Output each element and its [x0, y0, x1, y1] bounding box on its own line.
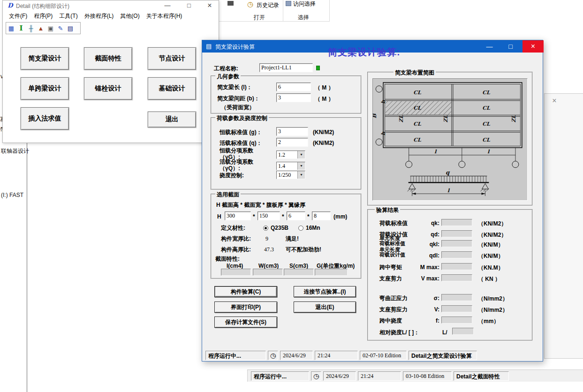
result-field-sigma [441, 294, 472, 301]
check-member-button[interactable]: 构件验算(C) [214, 286, 277, 297]
history-clock-icon: ◷ [247, 0, 253, 8]
foundation-icon[interactable]: ▲ [37, 24, 45, 32]
anchor-bolt-button[interactable]: 锚栓设计 [84, 77, 132, 100]
svg-text:CL: CL [413, 121, 421, 127]
beam-length-input[interactable] [276, 83, 311, 91]
svg-text:CL: CL [482, 137, 490, 143]
result-unit: （KN/M2） [478, 231, 507, 239]
exit-button[interactable]: 退出(E) [294, 302, 356, 313]
height-ratio-result: 可不配加劲肋! [286, 246, 321, 253]
mm-unit: (mm) [333, 213, 347, 220]
gamma-g-dropdown[interactable]: 1.2 ▼ [276, 151, 305, 159]
svg-text:CL: CL [482, 90, 490, 96]
svg-text:ZL: ZL [511, 115, 517, 122]
chevron-down-icon[interactable]: ▼ [297, 151, 305, 158]
close-button[interactable]: × [549, 96, 560, 106]
beam-spacing-input[interactable] [276, 93, 311, 102]
menu-item-addins[interactable]: 外接程序(L) [84, 12, 114, 20]
menu-item-tools[interactable]: 工具(T) [59, 12, 77, 20]
page-title: 简支梁设计验算: [328, 46, 401, 59]
prop-field-G [315, 269, 348, 276]
form-icon[interactable]: ▦ [7, 24, 15, 32]
result-field-qd [441, 230, 472, 237]
single-span-button[interactable]: 单跨梁设计 [21, 77, 69, 100]
project-name-input[interactable] [259, 63, 313, 72]
result-field-relative [452, 328, 474, 335]
joint-check-button[interactable]: 连接节点验算..(I) [294, 286, 356, 297]
open-button[interactable]: 打开 [254, 14, 265, 22]
grid-icon[interactable]: ▤ [66, 24, 75, 32]
beam-length-unit: （ M ） [315, 84, 334, 92]
partial-icon [227, 1, 234, 6]
clock-icon: ◷ [311, 371, 321, 381]
deflection-dropdown[interactable]: 1/250 ▼ [276, 171, 305, 179]
section-props-button[interactable]: 截面特性 [84, 47, 132, 70]
result-unit: （N/mm2） [478, 306, 508, 314]
visit-icon [286, 1, 291, 6]
result-unit: （KN/M2） [478, 220, 507, 228]
select-button[interactable]: 选择 [298, 14, 309, 22]
anchor-icon[interactable]: ▣ [46, 24, 55, 32]
joint-design-button[interactable]: 节点设计 [148, 47, 196, 70]
gamma-q-dropdown[interactable]: 1.4 ▼ [276, 162, 305, 170]
svg-text:l: l [447, 188, 450, 194]
result-unit: （N/mm2） [478, 295, 508, 303]
menu-item-program[interactable]: 程序(P) [34, 12, 53, 20]
interpolation-button[interactable]: 插入法求值 [21, 107, 69, 130]
result-field-qkl [441, 240, 472, 247]
result-unit: （mm） [478, 317, 499, 325]
close-button[interactable]: × [522, 40, 544, 53]
result-field-shear [441, 305, 472, 312]
width-ratio-label: 构件宽厚比: [221, 235, 251, 242]
app-icon: D [7, 2, 14, 9]
result-symbol: qk: [419, 220, 439, 226]
svg-text:CL: CL [413, 137, 421, 143]
status-module: Detail之截面特性 [454, 371, 509, 381]
prop-field-I [221, 269, 251, 276]
dead-load-unit: (KN/M2) [313, 129, 334, 136]
menu-item-about[interactable]: 关于本程序(H) [146, 12, 182, 20]
h-prefix: H [217, 213, 221, 220]
maximize-button[interactable]: □ [181, 1, 197, 10]
live-load-input[interactable] [276, 138, 308, 147]
detail-titlebar[interactable]: D Detail (结构细部设计) — □ × [3, 0, 219, 11]
input-hint-marker [316, 66, 320, 70]
flange-thickness-input[interactable] [312, 211, 331, 220]
beam-icon[interactable]: I [17, 24, 25, 32]
minimize-button[interactable]: — [479, 40, 500, 53]
dead-load-label: 恒载标准值 (g)： [220, 129, 262, 136]
web-thickness-input[interactable] [287, 211, 305, 220]
deflection-label: 挠度控制: [220, 172, 244, 179]
maximize-button[interactable]: □ [500, 40, 521, 53]
svg-text:ZL: ZL [398, 115, 404, 122]
menu-item-file[interactable]: 文件(F) [9, 12, 27, 20]
result-field-qk [441, 219, 472, 226]
section-width-input[interactable] [257, 211, 280, 220]
coupling-design-label: 联轴器设计 [1, 147, 29, 155]
chevron-down-icon[interactable]: ▼ [297, 162, 305, 170]
height-ratio-label: 构件高厚比: [221, 246, 251, 253]
column-bubble [376, 139, 382, 145]
section-height-input[interactable] [225, 211, 251, 220]
save-file-button[interactable]: 保存计算文件(S) [214, 317, 277, 328]
dead-load-input[interactable] [276, 127, 308, 136]
radio-q235b[interactable] [263, 226, 268, 231]
exit-button[interactable]: 退出 [148, 112, 196, 128]
dialog-icon: ▤ [206, 43, 212, 50]
print-button[interactable]: 界面打印(P) [214, 302, 277, 313]
group-legend: 几何参数 [215, 73, 241, 81]
col-header-S: S(cm3) [289, 263, 308, 269]
status-running: 程序运行中... [251, 371, 309, 381]
result-field-deflection [441, 317, 472, 324]
close-button[interactable]: × [202, 1, 218, 10]
section-icon[interactable]: ╫ [27, 24, 35, 32]
minimize-button[interactable]: — [159, 1, 175, 10]
menu-item-other[interactable]: 其他(O) [120, 12, 139, 20]
chevron-down-icon[interactable]: ▼ [297, 171, 305, 179]
radio-16mn[interactable] [298, 226, 303, 231]
section-dims-header: H 截面高 * 截面宽 * 腹板厚 * 翼缘厚 [216, 202, 305, 208]
ribbon-strip: ◷ 历史记录 打开 访问选择 选择 [219, 0, 330, 22]
foundation-button[interactable]: 基础设计 [148, 77, 196, 100]
simple-beam-button[interactable]: 简支梁设计 [21, 47, 69, 70]
pen-icon[interactable]: ✎ [56, 24, 65, 32]
